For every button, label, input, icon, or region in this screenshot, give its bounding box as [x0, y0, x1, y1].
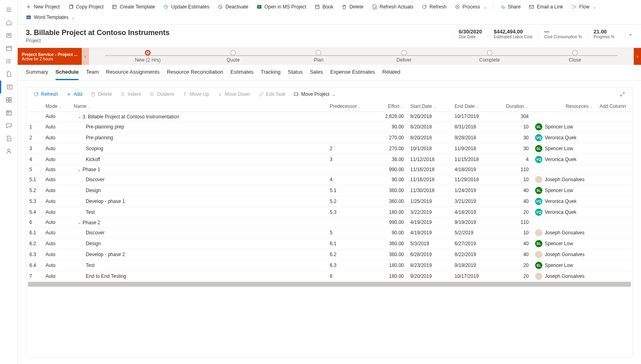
- refresh-button[interactable]: Refresh: [418, 2, 450, 11]
- column-header[interactable]: Duration⌄: [496, 101, 532, 112]
- nav-grid-icon[interactable]: [0, 93, 18, 106]
- column-header[interactable]: Name⌄: [70, 101, 327, 112]
- bpf-prev-icon[interactable]: ‹: [82, 48, 89, 65]
- table-row[interactable]: 6.1 Auto Discover 5 90.00 4/19/2019 5/2/…: [26, 227, 633, 238]
- table-row[interactable]: 6.2 Auto Design 6.1 360.00 5/3/2019 6/27…: [26, 238, 633, 249]
- tab-related[interactable]: Related: [382, 69, 400, 80]
- process-button[interactable]: Process⌄: [451, 2, 490, 11]
- table-row[interactable]: 6 Auto ⌄Phase 2 990.00 4/19/2019 9/19/20…: [26, 218, 633, 228]
- expand-icon[interactable]: ⌄: [78, 220, 81, 225]
- outdent-button[interactable]: Outdent: [146, 90, 177, 99]
- flow-button[interactable]: Flow⌄: [568, 2, 599, 11]
- column-header[interactable]: Effort⌄: [371, 101, 407, 112]
- table-row[interactable]: 4 Auto Kickoff 3 36.00 11/12/2018 11/15/…: [26, 154, 633, 165]
- table-row[interactable]: 3 Auto Scoping 2 270.00 10/1/2018 11/9/2…: [26, 143, 633, 154]
- nav-report-icon[interactable]: [0, 132, 18, 145]
- tab-expense-estimates[interactable]: Expense Estimates: [330, 69, 375, 80]
- indent-button[interactable]: Indent: [117, 90, 144, 99]
- svg-text:W: W: [27, 16, 30, 19]
- schedule-grid[interactable]: Mode⌄Name⌄Predecessor⌄Effort⌄Start Date⌄…: [26, 101, 633, 357]
- bpf-stage[interactable]: Close: [532, 50, 618, 63]
- tab-estimates[interactable]: Estimates: [230, 69, 253, 80]
- table-row[interactable]: 7 Auto End to End Testing 6 180.00 9/20/…: [26, 271, 633, 281]
- delete-button[interactable]: Delete: [87, 90, 115, 99]
- deactivate-button[interactable]: Deactivate: [214, 2, 252, 11]
- tab-tracking[interactable]: Tracking: [261, 69, 280, 80]
- create-template-button[interactable]: Create Template: [108, 2, 158, 11]
- bpf-next-icon[interactable]: ›: [634, 48, 641, 65]
- column-header[interactable]: Add Column: [596, 101, 633, 112]
- column-header[interactable]: Start Date⌄: [407, 101, 451, 112]
- svg-text:P: P: [258, 6, 260, 8]
- nav-calendar-icon[interactable]: [0, 42, 18, 55]
- svg-rect-12: [69, 6, 72, 9]
- table-row[interactable]: 1 Auto Pre-planning prep 90.00 8/20/2018…: [26, 121, 633, 132]
- nav-file-icon[interactable]: [0, 68, 18, 81]
- open-in-ms-project-button[interactable]: POpen in MS Project: [253, 2, 310, 11]
- horizontal-scrollbar[interactable]: [28, 282, 631, 287]
- bpf-stage[interactable]: Plan: [276, 50, 361, 63]
- table-row[interactable]: 6.4 Auto Test 6.3 180.00 8/23/2019 9/19/…: [26, 260, 633, 271]
- avatar: SL: [535, 123, 542, 130]
- table-row[interactable]: 5 Auto ⌄Phase 1 990.00 11/16/2018 4/18/2…: [26, 165, 633, 174]
- move-project-button[interactable]: Move Project⌄: [290, 90, 339, 99]
- email-a-link-button[interactable]: Email a Link: [525, 2, 566, 11]
- column-header[interactable]: Mode⌄: [42, 101, 70, 112]
- tab-sales[interactable]: Sales: [310, 69, 323, 80]
- bpf-stage[interactable]: Deliver: [361, 50, 447, 63]
- nav-schedule-icon[interactable]: [0, 106, 18, 119]
- delete-button[interactable]: Delete: [338, 2, 367, 11]
- tab-team[interactable]: Team: [86, 69, 99, 80]
- copy-project-button[interactable]: Copy Project: [65, 2, 107, 11]
- refresh-actuals-button[interactable]: Refresh Actuals: [368, 2, 417, 11]
- table-row[interactable]: 6.3 Auto Develop - phase 2 6.2 360.00 6/…: [26, 249, 633, 260]
- tab-schedule[interactable]: Schedule: [56, 69, 79, 80]
- column-header[interactable]: [26, 101, 42, 112]
- column-header[interactable]: Resources⌄: [532, 101, 596, 112]
- bpf-stage[interactable]: Complete: [447, 50, 532, 63]
- table-row[interactable]: 5.1 Auto Discover 4 90.00 11/16/2018 11/…: [26, 174, 633, 185]
- avatar: VQ: [535, 156, 542, 163]
- nav-home-icon[interactable]: [0, 16, 18, 29]
- tab-status[interactable]: Status: [288, 69, 303, 80]
- share-button[interactable]: Share: [496, 2, 524, 11]
- table-row[interactable]: 2 Auto Pre-planning 270.00 8/20/2018 9/2…: [26, 132, 633, 143]
- edit-task-button[interactable]: Edit Task: [255, 90, 289, 99]
- svg-rect-24: [294, 93, 298, 96]
- move-down-button[interactable]: Move Down: [214, 90, 253, 99]
- avatar: VQ: [535, 134, 542, 141]
- word-templates-button[interactable]: WWord Templates⌄: [23, 13, 78, 22]
- fullscreen-icon[interactable]: [616, 90, 629, 99]
- expand-icon[interactable]: ⌄: [78, 114, 81, 119]
- column-header[interactable]: End Date⌄: [451, 101, 496, 112]
- column-header[interactable]: Predecessor⌄: [327, 101, 371, 112]
- avatar: SL: [535, 262, 542, 269]
- refresh-button[interactable]: Refresh: [30, 90, 61, 99]
- nav-menu-icon[interactable]: [0, 3, 18, 16]
- bpf-stage[interactable]: New (2 Hrs): [105, 50, 190, 63]
- new-project-button[interactable]: New Project: [23, 2, 63, 11]
- tab-resource-assignments[interactable]: Resource Assignments: [106, 69, 159, 80]
- svg-rect-8: [6, 100, 8, 102]
- book-button[interactable]: Book: [311, 2, 337, 11]
- header-expand-icon[interactable]: ⌄: [628, 29, 633, 37]
- table-row[interactable]: 5.2 Auto Design 5.1 360.00 11/30/2018 1/…: [26, 185, 633, 196]
- table-row[interactable]: 5.3 Auto Develop - phase 1 5.2 360.00 1/…: [26, 196, 633, 207]
- nav-recent-icon[interactable]: [0, 29, 18, 42]
- header-metric: $442,494.00Estimated Labor Cost: [488, 29, 538, 39]
- move-up-button[interactable]: Move Up: [179, 90, 212, 99]
- bpf-stage[interactable]: Quote: [190, 50, 276, 63]
- add-button[interactable]: Add: [63, 90, 85, 99]
- nav-list-icon[interactable]: [0, 55, 18, 68]
- nav-person-icon[interactable]: [0, 145, 18, 158]
- table-row[interactable]: Auto ⌄3. Billable Project at Contoso Ins…: [26, 112, 633, 122]
- tab-summary[interactable]: Summary: [26, 69, 48, 80]
- tab-resource-reconciliation[interactable]: Resource Reconciliation: [167, 69, 223, 80]
- nav-project-icon[interactable]: [0, 81, 18, 93]
- svg-rect-5: [7, 85, 12, 89]
- table-row[interactable]: 5.4 Auto Test 5.3 180.00 3/22/2019 4/18/…: [26, 207, 633, 218]
- expand-icon[interactable]: ⌄: [78, 168, 81, 172]
- update-estimates-button[interactable]: Update Estimates: [160, 2, 213, 11]
- svg-point-4: [6, 62, 7, 63]
- nav-chat-icon[interactable]: [0, 119, 18, 132]
